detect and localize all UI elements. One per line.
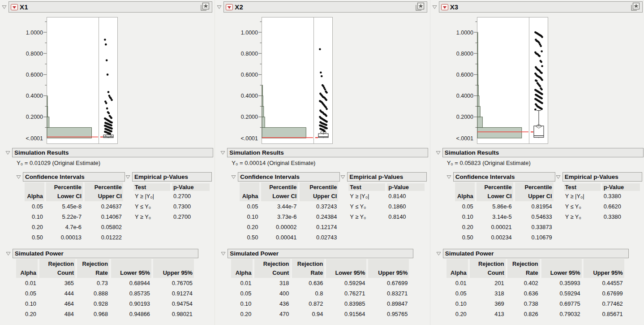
disclosure-triangle-icon[interactable] — [16, 175, 21, 179]
bookmark-star-icon[interactable] — [630, 2, 640, 12]
table-cell: 0.968 — [77, 309, 109, 319]
table-row: 0.500.000410.02743 — [240, 232, 338, 243]
disclosure-triangle-icon[interactable] — [340, 175, 345, 179]
bookmark-star-icon[interactable] — [414, 2, 425, 12]
table-cell: 0.00002 — [261, 222, 298, 232]
col-header-upper-ci: PercentileUpper CI — [515, 182, 554, 201]
svg-text:0.2000: 0.2000 — [26, 114, 43, 120]
red-triangle-menu-icon[interactable] — [441, 4, 448, 10]
section-confidence-intervals: Confidence Intervals — [16, 172, 125, 182]
col-header-rejection-rate: RejectionRate — [507, 259, 540, 278]
section-bar[interactable]: Simulation Results — [442, 148, 644, 157]
svg-text:0.2000: 0.2000 — [241, 114, 258, 120]
section-bar[interactable]: Simulated Power — [228, 249, 413, 258]
section-simulated-power: Simulated Power — [6, 249, 198, 258]
col-header-alpha: Alpha — [240, 182, 259, 201]
report-panel-x1: X1 1.00000.80000.60000.40000.2000<.0001 … — [0, 0, 215, 325]
table-cell: 0.7300 — [172, 201, 210, 212]
section-bar[interactable]: Empirical p-Values — [347, 172, 427, 182]
table-row: 0.055.86e-60.81954 — [455, 201, 554, 212]
red-triangle-menu-icon[interactable] — [226, 4, 233, 10]
col-header-test: Test — [133, 183, 170, 191]
table-header-row: Alpha PercentileLower CI PercentileUpper… — [240, 182, 338, 201]
section-bar[interactable]: Simulation Results — [227, 148, 428, 157]
table-cell: 0.20 — [455, 222, 475, 232]
table-cell: 0.10 — [240, 212, 259, 222]
section-simulation-results: Simulation Results — [220, 148, 428, 157]
disclosure-triangle-icon[interactable] — [231, 175, 236, 179]
disclosure-triangle-icon[interactable] — [447, 175, 451, 179]
table-cell: 0.76271 — [326, 288, 366, 299]
table-cell: 0.636 — [507, 288, 540, 299]
table-cell: 0.85735 — [111, 288, 151, 299]
svg-text:0.8000: 0.8000 — [456, 51, 473, 57]
pvalue-simulation-plot[interactable]: 1.00000.80000.60000.40000.2000<.0001 — [18, 16, 123, 147]
panel-titlebar[interactable]: X2 — [223, 1, 427, 13]
section-bar[interactable]: Simulated Power — [443, 249, 629, 258]
table-cell: 0.05 — [25, 201, 44, 212]
pvalue-simulation-plot[interactable]: 1.00000.80000.60000.40000.2000<.0001 — [233, 16, 338, 147]
table-cell: Y ≥ Y₀ — [348, 212, 385, 222]
table-cell: 0.738 — [507, 299, 540, 309]
table-row: 0.053180.6360.592940.67699 — [447, 288, 624, 299]
table-row: 0.204.7e-60.05802 — [25, 222, 123, 232]
disclosure-triangle-icon[interactable] — [220, 151, 225, 155]
disclosure-triangle-icon[interactable] — [436, 251, 441, 256]
table-cell: 0.20 — [447, 309, 468, 319]
section-bar[interactable]: Empirical p-Values — [132, 172, 212, 182]
disclosure-triangle-icon[interactable] — [2, 5, 7, 9]
disclosure-triangle-icon[interactable] — [556, 175, 561, 179]
table-cell: 0.10 — [25, 212, 44, 222]
pvalue-simulation-plot[interactable]: 1.00000.80000.60000.40000.2000<.0001 — [448, 16, 554, 147]
disclosure-triangle-icon[interactable] — [125, 175, 130, 179]
table-cell: 0.8 — [292, 288, 324, 299]
red-triangle-menu-icon[interactable] — [11, 4, 18, 10]
disclosure-triangle-icon[interactable] — [436, 151, 441, 155]
section-bar[interactable]: Confidence Intervals — [453, 172, 555, 182]
col-header-test: Test — [348, 183, 385, 191]
table-header-row: Alpha RejectionCount RejectionRate Lower… — [16, 259, 194, 278]
section-bar[interactable]: Simulated Power — [13, 249, 198, 258]
disclosure-triangle-icon[interactable] — [5, 151, 10, 155]
panel-header: X2 — [217, 1, 427, 13]
table-cell: 0.05 — [240, 201, 259, 212]
col-header-rejection-count: RejectionCount — [470, 259, 506, 278]
disclosure-triangle-icon[interactable] — [221, 251, 226, 256]
section-simulated-power: Simulated Power — [221, 249, 413, 258]
section-title: Simulation Results — [445, 149, 499, 156]
table-row: 0.204700.940.915640.95765 — [231, 309, 409, 319]
table-cell: 0.24384 — [300, 212, 338, 222]
table-row: 0.104640.9280.901930.94754 — [16, 299, 194, 309]
table-header-row: Alpha RejectionCount RejectionRate Lower… — [231, 259, 409, 278]
svg-text:1.0000: 1.0000 — [456, 30, 473, 36]
table-row: Y ≥ Y₀0.3380 — [564, 212, 640, 222]
col-header-alpha: Alpha — [25, 182, 44, 201]
panel-header: X1 — [2, 1, 212, 13]
table-cell: 0.01 — [231, 278, 253, 288]
disclosure-triangle-icon[interactable] — [217, 5, 222, 9]
table-cell: Y ≤ Y₀ — [348, 201, 385, 212]
col-header-p-value: p-Value — [387, 183, 425, 191]
bookmark-star-icon[interactable] — [199, 2, 210, 12]
disclosure-triangle-icon[interactable] — [6, 251, 11, 256]
table-cell: 464 — [39, 299, 75, 309]
table-cell: 318 — [470, 288, 506, 299]
table-header-row: Test p-Value — [133, 183, 210, 191]
col-header-alpha: Alpha — [455, 182, 475, 201]
section-simulation-results: Simulation Results — [5, 148, 213, 157]
panel-titlebar[interactable]: X3 — [439, 1, 643, 13]
section-bar[interactable]: Empirical p-Values — [562, 172, 642, 182]
section-confidence-intervals: Confidence Intervals — [231, 172, 340, 182]
section-bar[interactable]: Confidence Intervals — [23, 172, 125, 182]
svg-text:0.6000: 0.6000 — [26, 72, 43, 78]
table-header-row: Test p-Value — [348, 183, 425, 191]
section-bar[interactable]: Simulation Results — [12, 148, 213, 157]
section-title: Simulated Power — [445, 250, 494, 257]
col-header-upper-95: Upper 95% — [368, 259, 409, 278]
panel-title: X1 — [20, 3, 28, 11]
panel-titlebar[interactable]: X1 — [9, 1, 212, 13]
section-bar[interactable]: Confidence Intervals — [238, 172, 340, 182]
col-header-upper-ci: PercentileUpper CI — [300, 182, 338, 201]
disclosure-triangle-icon[interactable] — [432, 5, 437, 9]
simulated-power-table: Alpha RejectionCount RejectionRate Lower… — [14, 259, 196, 319]
